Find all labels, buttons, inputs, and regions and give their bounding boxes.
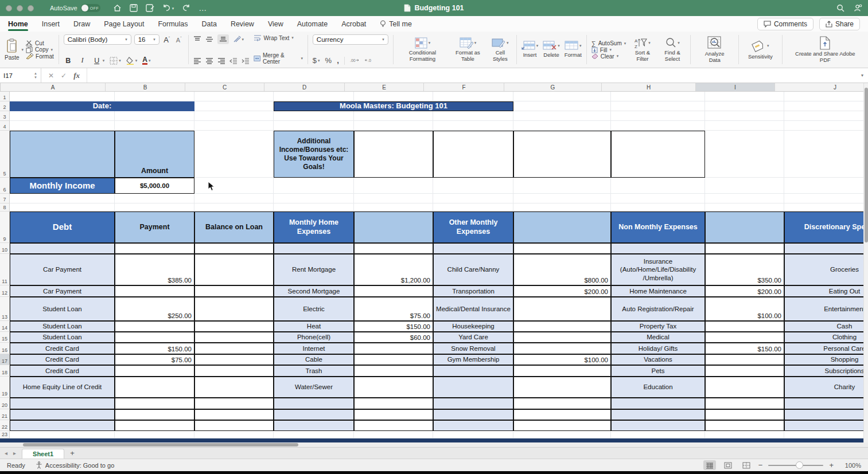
page-break-view-button[interactable] (740, 460, 753, 470)
tab-draw[interactable]: Draw (73, 16, 90, 32)
normal-view-button[interactable] (703, 460, 716, 470)
cell-C3[interactable] (194, 111, 274, 121)
align-middle-icon[interactable] (205, 36, 213, 43)
tab-data[interactable]: Data (201, 16, 216, 32)
cell-H1[interactable] (611, 92, 705, 101)
cell-B16[interactable]: $150.00 (115, 343, 194, 354)
cell-D20[interactable] (274, 398, 354, 409)
tab-home[interactable]: Home (8, 16, 28, 32)
cell-E8[interactable] (354, 203, 433, 211)
cell-J18[interactable]: Subscriptions (784, 365, 863, 377)
row-header-23[interactable]: 23 (0, 431, 10, 438)
cell-G14[interactable] (513, 321, 611, 332)
tab-review[interactable]: Review (231, 16, 254, 32)
cell-C4[interactable] (194, 121, 274, 131)
tab-view[interactable]: View (268, 16, 283, 32)
cell-styles-button[interactable]: ▾ Cell Styles (489, 37, 512, 62)
row-header-4[interactable]: 4 (0, 121, 10, 131)
align-bottom-icon[interactable] (217, 34, 229, 44)
cell-I23[interactable] (705, 431, 784, 438)
cell-B23[interactable] (115, 431, 194, 438)
cell-E19[interactable] (354, 377, 433, 398)
cell-I21[interactable] (705, 409, 784, 420)
cell-B19[interactable] (115, 377, 194, 398)
cell-G13[interactable] (513, 297, 611, 321)
cell-D8[interactable] (274, 203, 354, 211)
cell-F6[interactable] (433, 178, 513, 194)
column-header-A[interactable]: A (1, 83, 106, 91)
orientation-button[interactable]: ▾ (233, 36, 244, 43)
cell-A11[interactable]: Car Payment (10, 254, 115, 285)
cell-I20[interactable] (705, 398, 784, 409)
sort-filter-button[interactable]: AZ▾ Sort & Filter (630, 37, 654, 62)
row-header-19[interactable]: 19 (0, 377, 10, 398)
cell-F15[interactable]: Yard Care (433, 332, 513, 343)
format-as-table-button[interactable]: ▾ Format as Table (450, 37, 485, 62)
account-icon[interactable] (854, 4, 862, 12)
cell-D14[interactable]: Heat (274, 321, 354, 332)
cell-D15[interactable]: Phone(cell) (274, 332, 354, 343)
cell-E3[interactable] (354, 111, 433, 121)
cell-E14[interactable]: $150.00 (354, 321, 433, 332)
cell-C8[interactable] (194, 203, 274, 211)
cell-B17[interactable]: $75.00 (115, 354, 194, 365)
cell-C14[interactable] (194, 321, 274, 332)
cell-C6[interactable] (194, 178, 274, 194)
cell-C22[interactable] (194, 420, 274, 431)
insert-function-icon[interactable]: fx (73, 71, 80, 80)
cell-H8[interactable] (611, 203, 705, 211)
cell-C16[interactable] (194, 343, 274, 354)
font-color-button[interactable]: A ▾ (142, 56, 150, 65)
cell-D18[interactable]: Trash (274, 365, 354, 377)
cell-A4[interactable] (10, 121, 115, 131)
cell-J16[interactable]: Personal Care (784, 343, 863, 354)
row-header-18[interactable]: 18 (0, 365, 10, 377)
cell-H21[interactable] (611, 409, 705, 420)
cell-H13[interactable]: Auto Registration/Repair (611, 297, 705, 321)
row-header-14[interactable]: 14 (0, 321, 10, 332)
select-all-corner[interactable] (0, 83, 1, 91)
decrease-font-size-button[interactable]: Aˇ (174, 36, 184, 44)
cell-H11[interactable]: Insurance (Auto/Home/Life/Disability /Um… (611, 254, 705, 285)
cell-E10[interactable] (354, 243, 433, 254)
create-share-adobe-pdf-button[interactable]: Create and Share Adobe PDF (787, 33, 863, 66)
column-header-D[interactable]: D (264, 83, 345, 91)
cell-D3[interactable] (274, 111, 354, 121)
cell-B11[interactable]: $385.00 (115, 254, 194, 285)
share-button[interactable]: Share (819, 18, 860, 30)
cell-J21[interactable] (784, 409, 863, 420)
cell-G21[interactable] (513, 409, 611, 420)
column-header-E[interactable]: E (345, 83, 424, 91)
cell-J8[interactable] (784, 203, 863, 211)
cell-F11[interactable]: Child Care/Nanny (433, 254, 513, 285)
cell-I12[interactable]: $200.00 (705, 285, 784, 297)
cell-D10[interactable] (274, 243, 354, 254)
format-painter-button[interactable]: Format (26, 53, 54, 60)
cell-E5[interactable] (354, 131, 433, 178)
row-header-5[interactable]: 5 (0, 131, 10, 178)
cell-D4[interactable] (274, 121, 354, 131)
cell-A1[interactable] (10, 92, 115, 101)
cell-J14[interactable]: Cash (784, 321, 863, 332)
cell-C17[interactable] (194, 354, 274, 365)
cell-H12[interactable]: Home Maintenance (611, 285, 705, 297)
enter-entry-icon[interactable]: ✓ (61, 72, 67, 80)
cell-E11[interactable]: $1,200.00 (354, 254, 433, 285)
cell-C2[interactable] (194, 101, 274, 111)
row-header-16[interactable]: 16 (0, 343, 10, 354)
cell-J20[interactable] (784, 398, 863, 409)
cell-I16[interactable]: $150.00 (705, 343, 784, 354)
font-name-combo[interactable]: Calibri (Body)▾ (64, 34, 131, 45)
cell-G10[interactable] (513, 243, 611, 254)
cell-E20[interactable] (354, 398, 433, 409)
cell-B5[interactable]: Amount (115, 131, 194, 178)
cell-A10[interactable] (10, 243, 115, 254)
cell-J12[interactable]: Eating Out (784, 285, 863, 297)
tab-tell-me[interactable]: Tell me (380, 16, 412, 32)
zoom-out-button[interactable]: − (758, 461, 763, 469)
cell-B18[interactable] (115, 365, 194, 377)
bold-button[interactable]: B (64, 57, 73, 65)
cell-H22[interactable] (611, 420, 705, 431)
cell-A6[interactable]: Monthly Income (10, 178, 115, 194)
cell-B13[interactable]: $250.00 (115, 297, 194, 321)
